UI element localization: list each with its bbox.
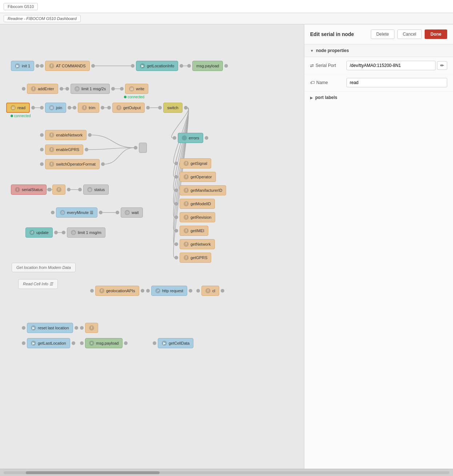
node-label: getModelID <box>191 202 211 206</box>
port-left <box>131 64 135 68</box>
port-labels-section[interactable]: ▶ port labels <box>304 91 453 104</box>
node-label: status <box>94 187 105 192</box>
port-left <box>40 148 44 151</box>
node-getRevision[interactable]: fgetRevision <box>175 212 215 222</box>
comment-comment_location: Get location from Modem Data <box>12 263 76 272</box>
node-icon: f <box>89 325 94 330</box>
node-merge_btn1[interactable] <box>134 143 147 153</box>
node-getCellData[interactable]: ▶getCellData <box>153 338 193 348</box>
node-func_status[interactable]: f <box>47 185 71 195</box>
node-limit1[interactable]: ◷limit 1 msg/2s <box>65 84 115 94</box>
node-label: getNetwork <box>191 242 211 246</box>
port-left <box>175 215 178 219</box>
node-icon: ◎ <box>87 187 92 192</box>
node-getGPRS[interactable]: fgetGPRS <box>175 253 211 263</box>
node-serialStatus[interactable]: !serialStatus <box>11 185 52 195</box>
node-status[interactable]: ◎status <box>78 185 109 195</box>
node-update[interactable]: ↺update <box>25 227 58 238</box>
serial-port-edit-button[interactable]: ✏ <box>437 61 447 70</box>
tag-icon: 🏷 <box>310 80 314 85</box>
node-everyMinute[interactable]: ◷everyMinute ☰ <box>51 207 103 218</box>
tab-fibocom[interactable]: Fibocom G510 <box>4 3 38 10</box>
delete-button[interactable]: Delete <box>371 29 394 39</box>
node-enableGPRS[interactable]: fenableGPRS <box>40 144 88 155</box>
node-getLastLocation[interactable]: ▶getLastLocation <box>22 338 75 348</box>
port-right <box>88 133 92 137</box>
port-left <box>107 106 111 110</box>
done-button[interactable]: Done <box>425 29 447 39</box>
name-input[interactable] <box>346 78 447 87</box>
node-label: errors <box>189 136 199 140</box>
node-label: serialStatus <box>22 187 43 192</box>
node-getNetwork[interactable]: fgetNetwork <box>175 239 215 249</box>
port-right <box>205 136 208 140</box>
node-getLocationInfo[interactable]: ▶getLocationInfo <box>131 61 183 71</box>
port-right <box>68 106 71 110</box>
node-at_commands[interactable]: fAT COMMANDS <box>40 61 95 71</box>
port-right <box>180 64 183 68</box>
port-labels-title: port labels <box>315 95 337 100</box>
port-left <box>175 256 178 259</box>
node-getOperator[interactable]: fgetOperator <box>175 172 216 182</box>
node-label: init 1 <box>22 64 30 68</box>
port-left <box>187 64 191 68</box>
chevron-right-icon: ▶ <box>310 96 313 100</box>
node-icon: ◷ <box>60 210 65 215</box>
port-right <box>111 87 115 91</box>
node-addEnter[interactable]: faddEnter <box>22 84 63 94</box>
node-errors[interactable]: errors <box>173 133 208 143</box>
node-icon: f <box>31 86 36 91</box>
port-left <box>158 106 162 110</box>
node-write[interactable]: ▤writeconnected <box>120 84 148 94</box>
sub-bar: Readme - FIBOCOM G510 Dashboard <box>0 13 453 24</box>
node-getIMEI[interactable]: fgetIMEI <box>175 226 208 236</box>
node-label: reset last location <box>38 326 69 330</box>
node-getOutput[interactable]: fgetOutput <box>107 103 150 113</box>
port-right <box>85 148 88 151</box>
node-properties-section[interactable]: ▼ node properties <box>304 44 453 57</box>
port-left <box>173 136 176 140</box>
node-join[interactable]: ⊞join <box>40 103 71 113</box>
node-limit1m[interactable]: ◷limit 1 msg/m <box>62 227 105 238</box>
node-label: msg.payload <box>196 64 219 68</box>
node-msg_payload_bot[interactable]: ≡msg.payload <box>80 338 128 348</box>
port-left <box>40 64 44 68</box>
port-left <box>47 188 51 191</box>
node-icon: f <box>184 255 189 260</box>
readme-button[interactable]: Readme - FIBOCOM G510 Dashboard <box>4 15 81 22</box>
node-trim[interactable]: ftrim <box>73 103 104 113</box>
node-switch[interactable]: switch <box>158 103 188 113</box>
bottom-bar <box>0 469 453 476</box>
cancel-button[interactable]: Cancel <box>397 29 422 39</box>
node-icon: ▶ <box>31 325 36 330</box>
node-icon: ! <box>15 187 20 192</box>
node-read[interactable]: ▤readconnected <box>6 103 35 113</box>
port-right <box>91 64 95 68</box>
node-icon: f <box>184 174 189 179</box>
node-label: limit 1 msg/m <box>78 230 101 235</box>
node-label: getGPRS <box>191 255 207 260</box>
node-getSignal[interactable]: fgetSignal <box>175 158 211 168</box>
port-left <box>175 189 178 192</box>
node-switchOpFormat[interactable]: fswitchOperatorFormat <box>40 159 105 169</box>
section-title-node-properties: node properties <box>316 48 349 53</box>
node-func_cl[interactable]: fcl <box>196 286 224 296</box>
node-label: getCellData <box>169 341 189 345</box>
node-icon <box>182 135 187 140</box>
node-func_reset[interactable]: f <box>80 323 98 333</box>
node-getModelID[interactable]: fgetModelID <box>175 199 215 209</box>
node-geolocationAPIs[interactable]: fgeolocationAPIs <box>90 286 144 296</box>
port-left <box>196 289 200 293</box>
node-label: everyMinute ☰ <box>67 210 93 215</box>
node-http_request[interactable]: ↗http request <box>146 286 192 296</box>
node-enableNetwork[interactable]: fenableNetwork <box>40 130 92 140</box>
node-label: switchOperatorFormat <box>56 162 96 166</box>
node-getManifacturerID[interactable]: fgetManifacturerID <box>175 185 226 195</box>
node-reset_last_location[interactable]: ▶reset last location <box>22 323 78 333</box>
port-right <box>101 162 105 166</box>
canvas: ▶init 1fAT COMMANDS▶getLocationInfomsg.p… <box>0 24 304 469</box>
serial-port-select[interactable]: /dev/ttyAMA0:115200-8N1 <box>346 61 436 70</box>
node-init1[interactable]: ▶init 1 <box>11 61 39 71</box>
node-wait[interactable]: ◷wait <box>116 207 143 218</box>
node-msg_payload_top[interactable]: msg.payload <box>187 61 228 71</box>
